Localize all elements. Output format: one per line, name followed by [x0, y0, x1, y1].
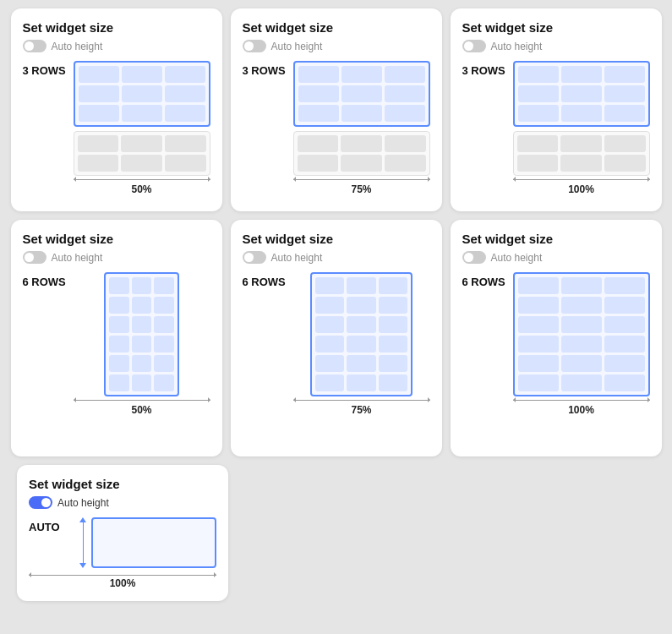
cell — [385, 66, 425, 83]
cell — [604, 66, 645, 83]
cell — [347, 355, 376, 372]
cell — [561, 85, 602, 102]
card-3row-75: Set widget size Auto height 3 ROWS — [231, 8, 442, 211]
width-arrow — [74, 400, 210, 401]
toggle-label: Auto height — [52, 252, 103, 264]
cell — [561, 105, 602, 122]
cell — [347, 336, 376, 353]
cell — [122, 66, 162, 83]
cell — [78, 155, 119, 172]
highlighted-widget — [513, 61, 650, 127]
card-title: Set widget size — [23, 232, 210, 246]
percent-label: 50% — [131, 183, 151, 195]
widget-area: 50% — [74, 272, 210, 416]
card-body: 3 ROWS — [462, 61, 650, 199]
toggle-row: Auto height — [23, 40, 210, 52]
cell — [109, 297, 129, 314]
cell — [79, 85, 119, 102]
toggle-label: Auto height — [491, 41, 543, 52]
cell — [79, 105, 119, 122]
cell — [518, 277, 559, 294]
auto-height-toggle[interactable] — [462, 40, 486, 52]
cell — [122, 105, 162, 122]
percent-label: 50% — [131, 404, 151, 416]
highlighted-widget — [310, 272, 413, 396]
widget-area: 75% — [293, 272, 430, 416]
cell — [154, 336, 174, 353]
cell — [132, 355, 152, 372]
cell — [518, 374, 559, 391]
cell — [518, 355, 559, 372]
cell — [298, 85, 339, 102]
cell — [385, 85, 425, 102]
cell — [122, 85, 162, 102]
cell — [347, 297, 376, 314]
cell — [165, 105, 205, 122]
width-arrow — [513, 400, 650, 401]
card-title: Set widget size — [243, 20, 430, 35]
cell — [109, 336, 129, 353]
normal-widget — [513, 131, 650, 176]
cell — [604, 297, 645, 314]
width-arrow — [513, 179, 650, 180]
cell — [560, 135, 602, 152]
rows-label: 3 ROWS — [243, 61, 287, 77]
row-3: Set widget size Auto height AUTO 100% — [8, 465, 664, 601]
cell — [561, 316, 602, 333]
highlighted-widget — [293, 61, 430, 127]
cell — [518, 316, 559, 333]
toggle-label: Auto height — [491, 252, 543, 264]
cell — [385, 135, 426, 152]
cell — [604, 277, 645, 294]
cell — [379, 316, 408, 333]
cell — [518, 336, 559, 353]
cell — [121, 155, 162, 172]
auto-height-toggle[interactable] — [243, 251, 266, 264]
auto-height-toggle[interactable] — [23, 40, 46, 52]
auto-percent-area: 100% — [29, 573, 216, 589]
auto-height-toggle[interactable] — [243, 40, 266, 52]
cell — [518, 105, 559, 122]
cell — [379, 297, 408, 314]
cell — [315, 374, 345, 391]
auto-widget-box — [91, 517, 216, 568]
toggle-label: Auto height — [57, 497, 109, 509]
auto-height-toggle[interactable] — [29, 496, 52, 509]
arrow-container — [513, 400, 650, 401]
cell — [154, 355, 174, 372]
arrow-container — [74, 400, 210, 401]
cell — [315, 297, 345, 314]
percent-label: 100% — [568, 183, 594, 195]
cell — [604, 336, 645, 353]
percent-label: 75% — [351, 404, 371, 416]
cell — [604, 155, 646, 172]
cell — [298, 66, 339, 83]
card-body: 3 ROWS — [243, 61, 430, 199]
cell — [132, 336, 152, 353]
arrow-container — [513, 179, 650, 180]
cell — [315, 277, 345, 294]
cell — [78, 135, 119, 152]
cell — [315, 355, 345, 372]
cell — [518, 66, 559, 83]
cell — [315, 336, 345, 353]
vertical-line — [83, 522, 84, 563]
cell — [154, 374, 174, 391]
cell — [347, 316, 376, 333]
card-auto: Set widget size Auto height AUTO 100% — [17, 465, 228, 601]
rows-label: 3 ROWS — [462, 61, 506, 77]
cell — [109, 277, 129, 294]
vertical-arrow — [79, 517, 86, 568]
row-2: Set widget size Auto height 6 ROWS — [8, 220, 664, 456]
rows-label: 6 ROWS — [462, 272, 506, 288]
auto-body: AUTO — [29, 517, 216, 568]
cell — [604, 374, 645, 391]
grid-2rows — [78, 135, 206, 172]
auto-height-toggle[interactable] — [462, 251, 486, 264]
auto-height-toggle[interactable] — [23, 251, 46, 264]
cell — [109, 374, 129, 391]
toggle-row: Auto height — [462, 40, 650, 52]
toggle-label: Auto height — [271, 41, 323, 52]
card-title: Set widget size — [243, 232, 430, 246]
cell — [165, 135, 206, 152]
